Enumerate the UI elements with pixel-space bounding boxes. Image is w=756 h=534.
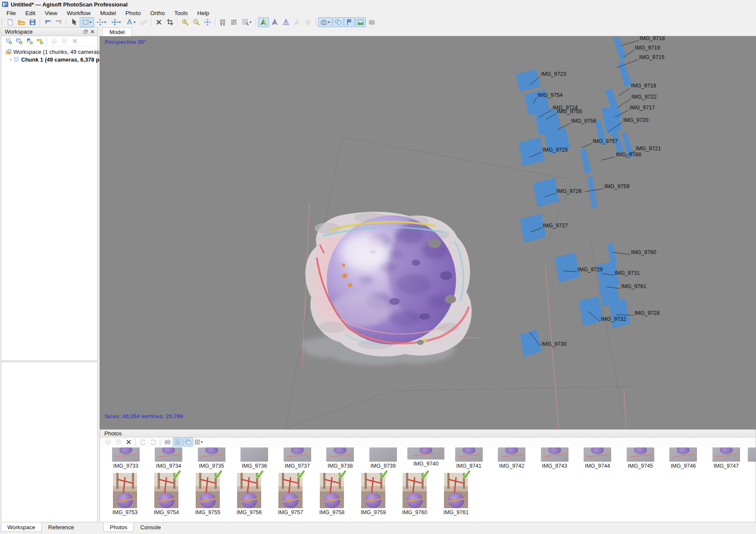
show-cameras-icon[interactable]: ▾ [318, 17, 332, 27]
close-panel-icon[interactable] [89, 29, 96, 35]
dock-tab-console[interactable]: Console [134, 522, 167, 532]
add-marker-icon [26, 38, 33, 44]
photo-thumbnail[interactable]: IMG_9742 [490, 447, 534, 469]
photo-thumbnail[interactable]: IMG_9740 [405, 447, 448, 469]
camera-label: IMG_9760 [631, 249, 656, 255]
add-scalebar-icon[interactable] [35, 37, 45, 46]
dock-tab-workspace[interactable]: Workspace [1, 522, 42, 532]
photo-thumbnail[interactable]: IMG_9760 [394, 473, 435, 515]
dense-cloud-icon[interactable] [228, 17, 239, 27]
menu-photo[interactable]: Photo [121, 9, 145, 17]
photo-thumbnail[interactable]: IMG_9736 [233, 447, 276, 469]
photo-thumbnail[interactable]: IMG_9743 [533, 447, 576, 469]
new-icon[interactable] [5, 17, 16, 27]
undo-icon[interactable] [42, 17, 53, 27]
photo-thumbnail[interactable]: IMG_9739 [362, 447, 405, 469]
menu-tools[interactable]: Tools [169, 9, 193, 17]
photo-thumbnail[interactable]: IMG_9759 [353, 473, 394, 515]
float-panel-icon[interactable] [82, 29, 89, 35]
navigate-icon[interactable]: ▾ [94, 17, 109, 27]
crop-icon[interactable] [165, 17, 175, 27]
photo-thumbnail[interactable]: IMG_9738 [319, 447, 362, 469]
thumbnail-size-icon[interactable]: ▾ [194, 438, 203, 447]
model-viewport[interactable]: Perspective 30° faces: 40,354 vertices: … [100, 36, 756, 429]
camera-label: IMG_9718 [640, 36, 665, 41]
find-icon[interactable] [162, 438, 172, 447]
menu-ortho[interactable]: Ortho [145, 9, 169, 17]
menu-edit[interactable]: Edit [21, 9, 40, 17]
cursor-icon[interactable] [69, 17, 79, 27]
photo-thumbnail[interactable]: IMG_9758 [311, 473, 353, 515]
zoom-in-icon[interactable] [180, 17, 191, 27]
dropdown-arrow-icon[interactable]: ▾ [104, 21, 106, 24]
rect-select-icon[interactable]: ▾ [80, 17, 94, 27]
dock-tab-photos[interactable]: Photos [103, 522, 134, 532]
photo-thumbnail-image [584, 447, 611, 462]
zoom-out-icon[interactable] [191, 17, 202, 27]
menu-view[interactable]: View [40, 9, 62, 17]
photo-thumbnail[interactable]: IMG_9757 [270, 473, 311, 515]
delete-icon[interactable] [153, 17, 164, 27]
show-cameras-icon [320, 19, 328, 26]
point-cloud-icon[interactable] [217, 17, 228, 27]
show-markers-icon[interactable] [344, 17, 355, 27]
menu-workflow[interactable]: Workflow [62, 9, 95, 17]
rotate-object-icon[interactable]: ▾ [124, 17, 138, 27]
details-view-icon[interactable] [183, 438, 193, 447]
photo-thumbnail[interactable]: IMG_9753 [104, 473, 146, 515]
toolbar-separator [316, 19, 316, 26]
move-object-icon[interactable]: ▾ [109, 17, 123, 27]
photo-thumbnail[interactable]: IMG_9754 [146, 473, 187, 515]
tree-item[interactable]: ›Chunk 1 (49 cameras, 6,378 points) [1, 56, 97, 63]
dropdown-arrow-icon[interactable]: ▾ [90, 21, 91, 24]
tree-expander-icon[interactable]: › [10, 56, 12, 62]
aligned-check-icon [337, 469, 347, 478]
photo-thumbnail[interactable]: IMG_9745 [619, 447, 662, 469]
navigate-icon [97, 19, 104, 26]
open-icon[interactable] [16, 17, 27, 27]
rotate-ccw-icon [140, 439, 146, 445]
photo-thumbnail[interactable]: IMG_9734 [147, 447, 191, 469]
photo-thumbnail[interactable]: IMG_9733 [104, 447, 147, 469]
solid-icon[interactable] [269, 17, 280, 27]
dropdown-arrow-icon[interactable]: ▾ [119, 21, 121, 24]
dropdown-arrow-icon[interactable]: ▾ [250, 21, 251, 24]
details-view-icon [185, 439, 191, 445]
dropdown-arrow-icon[interactable]: ▾ [201, 441, 203, 444]
tab-model[interactable]: Model [102, 28, 132, 37]
add-chunk-icon[interactable] [4, 37, 14, 46]
menu-help[interactable]: Help [193, 9, 214, 17]
photo-thumbnail[interactable]: IMG_9746 [662, 447, 705, 469]
dropdown-arrow-icon[interactable]: ▾ [134, 21, 135, 24]
dropdown-arrow-icon[interactable]: ▾ [328, 21, 330, 24]
photo-thumbnail[interactable]: IMG_9741 [447, 447, 490, 469]
mesh-icon[interactable]: ▾ [240, 17, 254, 27]
save-icon[interactable] [27, 17, 38, 27]
thumbnail-partial[interactable] [748, 447, 756, 469]
shaded-icon[interactable] [258, 17, 269, 27]
redo-icon[interactable] [53, 17, 64, 27]
mask-view-icon[interactable] [173, 438, 183, 447]
menu-model[interactable]: Model [95, 9, 121, 17]
show-images-icon[interactable] [355, 17, 366, 27]
aligned-check-icon [296, 469, 305, 478]
photo-thumbnail[interactable]: IMG_9744 [576, 447, 619, 469]
remove-icon[interactable] [124, 438, 134, 447]
tree-item[interactable]: Workspace (1 chunks, 49 cameras) [1, 48, 97, 56]
menu-file[interactable]: File [2, 9, 21, 17]
dock-tab-reference[interactable]: Reference [42, 522, 81, 532]
wireframe-icon[interactable] [281, 17, 291, 27]
photo-thumbnail[interactable]: IMG_9755 [187, 473, 228, 515]
aligned-check-icon [462, 469, 471, 478]
add-photos-icon[interactable] [14, 37, 24, 46]
photo-thumbnail[interactable]: IMG_9756 [228, 473, 270, 515]
zoom-fit-icon[interactable] [202, 17, 213, 27]
photo-thumbnail[interactable]: IMG_9761 [435, 473, 477, 515]
photo-thumbnail[interactable]: IMG_9735 [190, 447, 233, 469]
thumbnail-row-2: IMG_9753IMG_9754IMG_9755IMG_9756IMG_9757… [104, 473, 756, 515]
reset-view-icon[interactable] [366, 17, 377, 27]
photo-thumbnail[interactable]: IMG_9747 [705, 447, 748, 469]
add-marker-icon[interactable] [25, 37, 34, 46]
photo-thumbnail[interactable]: IMG_9737 [276, 447, 319, 469]
show-masks-icon[interactable] [333, 17, 344, 27]
